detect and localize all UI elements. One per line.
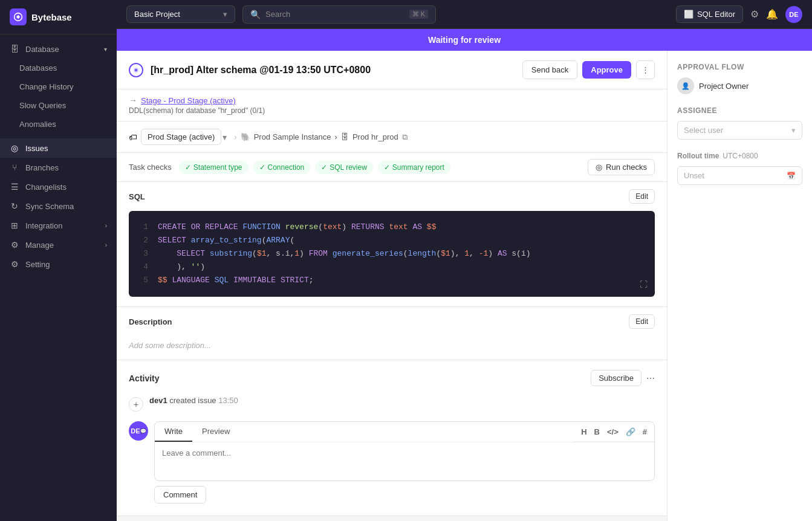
check-connection: ✓ Connection [253,161,311,174]
assignee-chevron-icon: ▾ [791,126,796,135]
issue-area: [hr_prod] Alter schema @01-19 13:50 UTC+… [117,51,812,521]
subscribe-button[interactable]: Subscribe [591,370,641,386]
toolbar-code[interactable]: </> [607,427,619,436]
sidebar-item-slow-queries[interactable]: Slow Queries [0,96,117,115]
db-icon: 🗄 [341,132,349,141]
logo-icon [10,8,27,25]
notifications-icon[interactable]: 🔔 [766,8,778,20]
sql-edit-button[interactable]: Edit [629,189,655,204]
rollout-input[interactable]: Unset 📅 [677,166,802,185]
activity-more-button[interactable]: ⋯ [646,374,655,383]
search-bar[interactable]: 🔍 Search ⌘ K [242,5,436,24]
stage-link[interactable]: Stage - Prod Stage (active) [141,96,236,105]
check-icon-2: ✓ [259,163,265,172]
stage-breadcrumb: › 🐘 Prod Sample Instance › 🗄 Prod hr_pro… [234,132,407,142]
app-logo: Bytebase [0,0,117,34]
chevron-right-icon2: › [105,242,107,248]
sql-section: SQL Edit 1 CREATE OR REPLACE FUNCTION re… [117,182,667,307]
issue-status-icon [129,63,143,77]
comment-input[interactable] [155,442,654,479]
activity-action: created issue [169,396,218,405]
stage-sub: DDL(schema) for database "hr_prod" (0/1) [129,106,265,115]
task-checks-label: Task checks [129,163,172,172]
sidebar-item-sync-schema[interactable]: ↻ Sync Schema [0,196,117,216]
sql-code-block: 1 CREATE OR REPLACE FUNCTION reverse(tex… [129,211,655,297]
check-icon-1: ✓ [185,163,191,172]
toolbar-hash[interactable]: # [643,427,647,436]
activity-header: Activity Subscribe ⋯ [117,360,667,391]
sql-section-title: SQL [129,192,145,201]
check-summary-report: ✓ Summary report [378,161,450,174]
check-icon-3: ✓ [321,163,327,172]
project-select[interactable]: Basic Project ▾ [126,5,235,23]
send-back-button[interactable]: Send back [522,60,577,79]
sidebar-item-change-history[interactable]: Change History [0,77,117,96]
activity-section: Activity Subscribe ⋯ + dev1 created issu… [117,360,667,516]
comment-toolbar: H B </> 🔗 # [574,422,654,442]
database-section: 🗄 Database ▾ Databases Change History Sl… [0,34,117,138]
project-owner-name: Project Owner [699,82,749,91]
issue-title: [hr_prod] Alter schema @01-19 13:50 UTC+… [151,65,515,76]
comment-submit-button[interactable]: Comment [154,486,206,503]
description-section: Description Edit Add some description... [117,307,667,360]
rollout-timezone: UTC+0800 [723,152,758,160]
sidebar-item-branches[interactable]: ⑂ Branches [0,158,117,177]
assignee-select[interactable]: Select user ▾ [677,121,802,140]
sidebar-item-databases[interactable]: Databases [0,59,117,77]
issue-actions: Send back Approve ⋮ [522,60,655,79]
sidebar-item-changelists[interactable]: ☰ Changelists [0,177,117,196]
toolbar-heading[interactable]: H [581,427,586,436]
approval-flow-label: Approval flow [677,63,802,71]
check-sql-review: ✓ SQL review [315,161,373,174]
task-checks-row: Task checks ✓ Statement type ✓ Connectio… [117,153,667,182]
assignee-section: Assignee Select user ▾ [677,106,802,140]
issue-main: [hr_prod] Alter schema @01-19 13:50 UTC+… [117,51,667,521]
sync-icon: ↻ [10,201,19,211]
sql-editor-icon: ⬜ [684,10,693,19]
sidebar-item-database[interactable]: 🗄 Database ▾ [0,39,117,59]
sidebar-item-manage[interactable]: ⚙ Manage › [0,235,117,254]
issues-icon: ◎ [10,143,19,153]
tab-write[interactable]: Write [155,422,192,442]
tab-preview[interactable]: Preview [192,422,239,442]
code-line-2: 2 SELECT array_to_string(ARRAY( [138,234,645,247]
search-placeholder: Search [265,10,404,19]
comment-area: DE💬 Write Preview H B </> [117,416,667,516]
app-name: Bytebase [31,12,72,22]
issue-sidebar: Approval flow 👤 Project Owner Assignee S… [667,51,812,521]
sql-editor-button[interactable]: ⬜ SQL Editor [676,5,743,23]
activity-title: Activity [129,374,591,383]
toolbar-link[interactable]: 🔗 [626,427,635,436]
sidebar-item-setting[interactable]: ⚙ Setting [0,254,117,274]
svg-point-2 [135,69,137,71]
toolbar-bold[interactable]: B [594,427,600,436]
more-options-button[interactable]: ⋮ [636,60,655,79]
database-icon: 🗄 [10,44,19,54]
activity-item: + dev1 created issue 13:50 [117,391,667,416]
activity-time: 13:50 [218,396,238,405]
sidebar-item-integration[interactable]: ⊞ Integration › [0,216,117,235]
breadcrumb-icon: ⧉ [402,132,408,142]
sidebar-item-issues[interactable]: ◎ Issues [0,138,117,158]
description-header: Description Edit [117,307,667,336]
comment-editor: Write Preview H B </> 🔗 # [154,421,655,481]
user-avatar[interactable]: DE [785,6,802,23]
stage-select-arrow: ▾ [222,132,227,142]
breadcrumb-instance: Prod Sample Instance [254,132,331,141]
sql-section-header: SQL Edit [117,182,667,211]
chevron-down-icon: ▾ [104,46,107,53]
code-line-5: 5 $$ LANGUAGE SQL IMMUTABLE STRICT; [138,274,645,287]
description-edit-button[interactable]: Edit [629,314,655,329]
search-shortcut: ⌘ K [409,10,428,19]
breadcrumb-db: Prod hr_prod [352,132,398,141]
approve-button[interactable]: Approve [582,61,631,79]
issue-header: [hr_prod] Alter schema @01-19 13:50 UTC+… [117,51,667,89]
settings-icon[interactable]: ⚙ [750,8,759,20]
branches-icon: ⑂ [10,163,19,172]
sidebar-item-anomalies[interactable]: Anomalies [0,115,117,134]
stage-select[interactable]: Prod Stage (active) [141,129,221,145]
expand-icon[interactable]: ⛶ [640,280,648,290]
calendar-icon: 📅 [787,172,796,180]
run-checks-button[interactable]: ◎ Run checks [588,159,655,175]
code-line-4: 4 ), '') [138,260,645,274]
